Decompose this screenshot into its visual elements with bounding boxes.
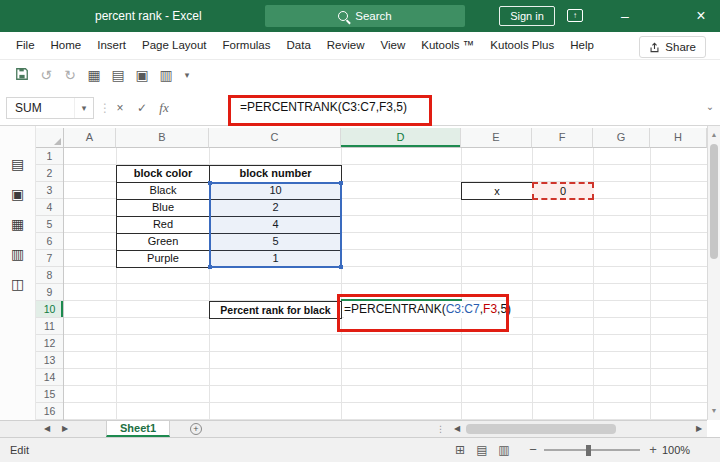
hscroll-right-icon[interactable]: ▶ bbox=[692, 421, 706, 437]
ribbon-display-options-button[interactable]: ↑ bbox=[567, 9, 583, 22]
sheet-nav-right-icon[interactable]: ▶ bbox=[58, 421, 72, 437]
vertical-scroll-thumb[interactable] bbox=[710, 144, 718, 259]
row-header-10[interactable]: 10 bbox=[36, 301, 63, 318]
row-header-5[interactable]: 5 bbox=[36, 216, 63, 233]
row-header-2[interactable]: 2 bbox=[36, 165, 63, 182]
zoom-in-icon[interactable]: + bbox=[646, 438, 660, 462]
cell-c10[interactable]: Percent rank for black bbox=[209, 301, 342, 319]
scroll-up-icon[interactable]: ▲ bbox=[708, 128, 720, 142]
sheet-nav-left-icon[interactable]: ◀ bbox=[40, 421, 54, 437]
scroll-down-icon[interactable]: ▼ bbox=[708, 404, 720, 418]
row-header-7[interactable]: 7 bbox=[36, 250, 63, 267]
normal-view-icon[interactable]: ⊞ bbox=[450, 438, 470, 462]
cell-b2[interactable]: block color bbox=[117, 166, 210, 183]
qat-grid-button[interactable]: ▦ bbox=[82, 67, 106, 83]
cell-c3[interactable]: 10 bbox=[210, 183, 342, 200]
tab-insert[interactable]: Insert bbox=[89, 32, 134, 59]
qat-table-button[interactable]: ▤ bbox=[106, 67, 130, 83]
sign-in-button[interactable]: Sign in bbox=[499, 6, 555, 26]
cell-b6[interactable]: Green bbox=[117, 234, 210, 251]
cell-b4[interactable]: Blue bbox=[117, 200, 210, 217]
sign-in-label: Sign in bbox=[510, 10, 544, 22]
row-header-9[interactable]: 9 bbox=[36, 284, 63, 301]
row-header-11[interactable]: 11 bbox=[36, 318, 63, 335]
select-all-button[interactable] bbox=[36, 128, 64, 148]
cell-c5[interactable]: 4 bbox=[210, 217, 342, 234]
tab-page-layout[interactable]: Page Layout bbox=[134, 32, 215, 59]
add-sheet-button[interactable]: + bbox=[190, 423, 202, 435]
tab-file[interactable]: File bbox=[8, 32, 43, 59]
column-header-e[interactable]: E bbox=[461, 128, 532, 148]
cell-b3[interactable]: Black bbox=[117, 183, 210, 200]
tab-view[interactable]: View bbox=[373, 32, 414, 59]
cell-f3[interactable]: 0 bbox=[532, 182, 594, 200]
name-box-dropdown-icon[interactable]: ▾ bbox=[74, 98, 93, 118]
undo-button[interactable]: ↺ bbox=[34, 67, 58, 83]
column-header-c[interactable]: C bbox=[209, 128, 341, 148]
zoom-out-icon[interactable]: − bbox=[526, 438, 540, 462]
minimize-button[interactable]: – bbox=[608, 0, 642, 32]
qat-borders-button[interactable]: ▣ bbox=[130, 67, 154, 83]
vertical-scrollbar[interactable]: ▲ ▼ bbox=[707, 126, 720, 420]
sheet-tab-sheet1[interactable]: Sheet1 bbox=[106, 421, 170, 437]
hscroll-left-icon[interactable]: ◀ bbox=[450, 421, 464, 437]
row-header-14[interactable]: 14 bbox=[36, 369, 63, 386]
row-header-6[interactable]: 6 bbox=[36, 233, 63, 250]
tab-review[interactable]: Review bbox=[319, 32, 373, 59]
row-header-13[interactable]: 13 bbox=[36, 352, 63, 369]
search-input[interactable]: Search bbox=[265, 5, 465, 27]
sidebar-workbook-icon[interactable]: ▤ bbox=[11, 156, 24, 172]
insert-function-button[interactable]: fx bbox=[154, 97, 174, 119]
cancel-entry-button[interactable]: × bbox=[110, 97, 130, 119]
row-header-16[interactable]: 16 bbox=[36, 403, 63, 420]
cell-b5[interactable]: Red bbox=[117, 217, 210, 234]
row-header-4[interactable]: 4 bbox=[36, 199, 63, 216]
kutools-side-pane: ▤ ▣ ▦ ▥ ◫ bbox=[0, 126, 36, 420]
sidebar-column-icon[interactable]: ▥ bbox=[11, 246, 24, 262]
zoom-slider-track[interactable] bbox=[544, 449, 640, 451]
cell-e3[interactable]: x bbox=[461, 182, 533, 200]
tab-kutools-plus[interactable]: Kutools Plus bbox=[482, 32, 562, 59]
sidebar-worksheet-icon[interactable]: ▣ bbox=[11, 186, 24, 202]
qat-customize-icon[interactable]: ▾ bbox=[178, 70, 196, 80]
qat-view-button[interactable]: ▥ bbox=[154, 67, 178, 83]
tab-kutools[interactable]: Kutools ™ bbox=[413, 32, 482, 59]
redo-button[interactable]: ↻ bbox=[58, 67, 82, 83]
enter-entry-button[interactable]: ✓ bbox=[132, 97, 152, 119]
cell-c4[interactable]: 2 bbox=[210, 200, 342, 217]
column-header-d[interactable]: D bbox=[341, 128, 461, 148]
save-button[interactable] bbox=[10, 67, 34, 84]
column-header-b[interactable]: B bbox=[116, 128, 209, 148]
tab-data[interactable]: Data bbox=[279, 32, 319, 59]
sidebar-range-icon[interactable]: ▦ bbox=[11, 216, 24, 232]
cell-c2[interactable]: block number bbox=[210, 166, 342, 183]
row-header-1[interactable]: 1 bbox=[36, 148, 63, 165]
zoom-slider-thumb[interactable] bbox=[586, 445, 591, 456]
row-header-12[interactable]: 12 bbox=[36, 335, 63, 352]
tab-formulas[interactable]: Formulas bbox=[215, 32, 279, 59]
row-header-3[interactable]: 3 bbox=[36, 182, 63, 199]
horizontal-scroll-thumb[interactable] bbox=[466, 424, 616, 434]
tab-help[interactable]: Help bbox=[562, 32, 602, 59]
page-layout-view-icon[interactable]: ▤ bbox=[472, 438, 492, 462]
share-button[interactable]: Share bbox=[639, 36, 706, 58]
column-header-a[interactable]: A bbox=[64, 128, 116, 148]
zoom-level[interactable]: 100% bbox=[662, 438, 690, 462]
formula-input[interactable]: =PERCENTRANK(C3:C7,F3,5) bbox=[240, 90, 407, 125]
cell-d10-formula[interactable]: =PERCENTRANK(C3:C7,F3,5) bbox=[344, 301, 513, 318]
cell-c7[interactable]: 1 bbox=[210, 251, 342, 268]
tab-home[interactable]: Home bbox=[43, 32, 90, 59]
row-header-15[interactable]: 15 bbox=[36, 386, 63, 403]
cell-c6[interactable]: 5 bbox=[210, 234, 342, 251]
sidebar-view-icon[interactable]: ◫ bbox=[11, 276, 24, 292]
column-header-g[interactable]: G bbox=[593, 128, 650, 148]
column-header-h[interactable]: H bbox=[650, 128, 707, 148]
cell-b7[interactable]: Purple bbox=[117, 251, 210, 268]
sheet-tab-bar: ◀ ▶ Sheet1 + ⋮ ◀ ▶ bbox=[0, 420, 707, 437]
page-break-view-icon[interactable]: ▥ bbox=[494, 438, 514, 462]
close-button[interactable]: × bbox=[684, 0, 718, 32]
row-header-8[interactable]: 8 bbox=[36, 267, 63, 284]
collapse-formula-bar-icon[interactable]: ⌄ bbox=[701, 90, 719, 125]
column-header-f[interactable]: F bbox=[532, 128, 593, 148]
name-box[interactable]: SUM ▾ bbox=[6, 97, 94, 119]
